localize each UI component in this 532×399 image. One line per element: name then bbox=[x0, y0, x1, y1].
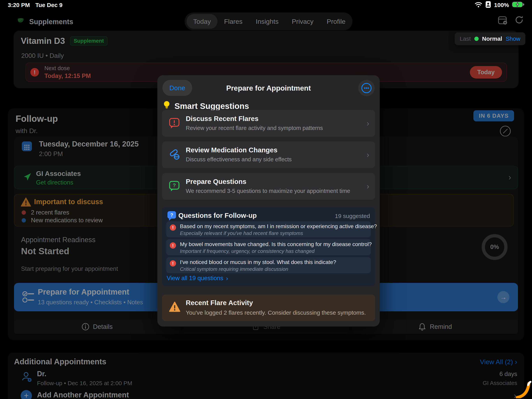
questions-count: 19 suggested bbox=[335, 213, 370, 219]
screen: Supplements Today Flares Insights Privac… bbox=[0, 0, 532, 399]
wifi-icon bbox=[475, 1, 482, 9]
status-bar: 3:20 PM Tue Dec 9 100% bbox=[0, 0, 532, 10]
corner-swoosh-decoration bbox=[514, 381, 532, 399]
question-item[interactable]: ! I've noticed blood or mucus in my stoo… bbox=[166, 257, 371, 273]
question-item[interactable]: ! My bowel movements have changed. Is th… bbox=[166, 239, 371, 255]
question-bubble-icon: ? bbox=[169, 180, 180, 193]
flare-activity-alert: Recent Flare Activity You've logged 2 fl… bbox=[162, 295, 375, 321]
svg-text:?: ? bbox=[170, 212, 173, 218]
chip-status: Normal bbox=[482, 35, 502, 42]
exclamation-circle-icon: ! bbox=[170, 242, 176, 249]
view-all-questions-link[interactable]: View all 19 questions › bbox=[167, 275, 228, 282]
chevron-right-icon: › bbox=[367, 119, 369, 128]
question-text: My bowel movements have changed. Is this… bbox=[180, 241, 372, 247]
flare-alert-bubble-icon bbox=[169, 117, 180, 130]
question-item[interactable]: ! Based on my recent symptoms, am I in r… bbox=[166, 221, 371, 237]
chevron-right-icon: › bbox=[226, 275, 228, 281]
suggestion-review-medications[interactable]: Review Medication Changes Discuss effect… bbox=[162, 142, 375, 168]
question-note: Especially relevant if you've had recent… bbox=[180, 230, 303, 236]
battery-charging-icon bbox=[512, 1, 524, 9]
status-chip[interactable]: Last Normal Show bbox=[455, 32, 525, 45]
question-text: I've noticed blood or mucus in my stool.… bbox=[180, 259, 336, 265]
warning-triangle-icon bbox=[169, 302, 180, 313]
question-text: Based on my recent symptoms, am I in rem… bbox=[180, 223, 377, 230]
smart-suggestions-title: Smart Suggestions bbox=[174, 102, 249, 111]
svg-text:?: ? bbox=[173, 182, 176, 188]
chip-prefix: Last bbox=[460, 35, 471, 42]
exclamation-circle-icon: ! bbox=[170, 260, 176, 266]
flare-alert-subtitle: You've logged 2 flares recently. Conside… bbox=[186, 309, 366, 316]
pills-icon bbox=[169, 149, 180, 161]
question-note: Critical symptom requiring immediate dis… bbox=[180, 266, 288, 272]
ellipsis-circle-icon bbox=[361, 82, 372, 94]
prepare-appointment-modal: Done Prepare for Appointment Smart Sugge… bbox=[157, 75, 380, 327]
modal-title: Prepare for Appointment bbox=[157, 84, 380, 92]
battery-percent: 100% bbox=[494, 2, 509, 8]
chip-show-link[interactable]: Show bbox=[506, 35, 520, 42]
hotspot-icon bbox=[485, 1, 491, 9]
question-square-icon: ? bbox=[167, 211, 177, 222]
view-all-questions-label: View all 19 questions bbox=[167, 275, 223, 282]
suggestion-prepare-questions[interactable]: ? Prepare Questions We recommend 3-5 que… bbox=[162, 173, 375, 200]
suggestion-discuss-flares[interactable]: Discuss Recent Flares Review your recent… bbox=[162, 110, 375, 137]
suggestion-title: Prepare Questions bbox=[186, 178, 246, 186]
flare-alert-title: Recent Flare Activity bbox=[186, 299, 253, 307]
clock: 3:20 PM bbox=[8, 2, 30, 8]
exclamation-circle-icon: ! bbox=[170, 225, 176, 231]
chevron-right-icon: › bbox=[367, 150, 369, 159]
date: Tue Dec 9 bbox=[35, 2, 63, 8]
chevron-right-icon: › bbox=[367, 182, 369, 191]
suggestion-subtitle: Review your recent flare activity and sy… bbox=[186, 125, 323, 131]
more-options-button[interactable] bbox=[358, 80, 375, 96]
questions-section: ? Questions for Follow-up 19 suggested !… bbox=[162, 207, 375, 286]
suggestion-subtitle: Discuss effectiveness and any side effec… bbox=[186, 156, 292, 163]
question-note: Important if frequency, urgency, or cons… bbox=[180, 248, 315, 254]
questions-title: Questions for Follow-up bbox=[178, 212, 257, 219]
green-dot-icon bbox=[474, 37, 479, 41]
suggestion-title: Discuss Recent Flares bbox=[186, 115, 259, 122]
suggestion-title: Review Medication Changes bbox=[186, 146, 278, 154]
suggestion-subtitle: We recommend 3-5 questions to maximize y… bbox=[186, 188, 350, 194]
